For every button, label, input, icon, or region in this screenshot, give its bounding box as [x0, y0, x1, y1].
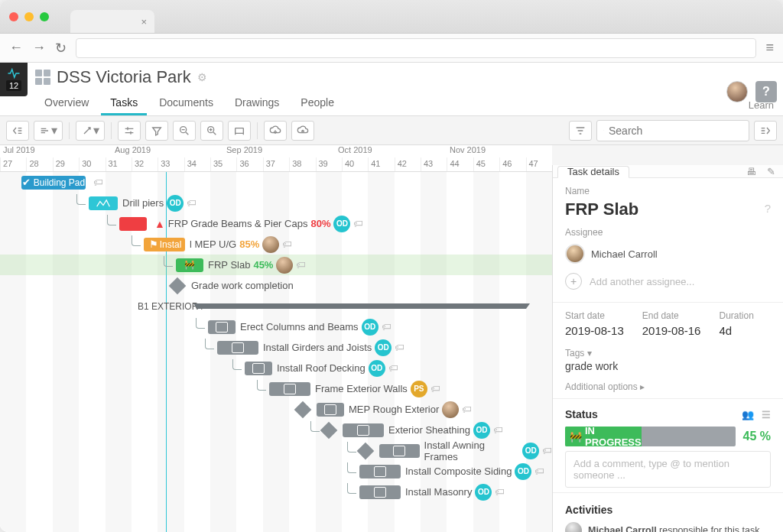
gantt-task-row[interactable]: MEP Rough Exterior🏷: [0, 399, 552, 420]
assignee-chip[interactable]: PS: [411, 381, 427, 397]
assignee-avatar-chip[interactable]: [262, 236, 279, 253]
gantt-task-row[interactable]: Frame Exterior WallsPS🏷: [0, 378, 552, 399]
tab-drawings[interactable]: Drawings: [226, 90, 288, 115]
task-bar[interactable]: [359, 485, 401, 499]
cloud-download-button[interactable]: [264, 121, 287, 141]
tab-task-details[interactable]: Task details: [557, 166, 629, 178]
gantt-task-row[interactable]: Erect Columns and BeamsOD🏷: [0, 316, 552, 337]
gantt-task-row[interactable]: ⚑ Install MEP U/G 85%🏷: [0, 234, 552, 255]
zoom-in-button[interactable]: [200, 121, 223, 141]
tag-icon[interactable]: 🏷: [93, 177, 103, 188]
url-bar[interactable]: [76, 38, 756, 58]
tag-icon[interactable]: 🏷: [382, 321, 392, 332]
task-bar[interactable]: [217, 341, 258, 355]
gantt-task-row[interactable]: B1 EXTERIOR ▸: [0, 296, 552, 316]
gantt-task-row[interactable]: ✔ Building Pad🏷: [0, 172, 552, 193]
tag-icon[interactable]: 🏷: [187, 197, 197, 209]
add-assignee-button[interactable]: + Add another assignee...: [565, 270, 771, 297]
additional-options[interactable]: Additional options ▸: [553, 378, 783, 398]
task-bar[interactable]: [317, 403, 344, 417]
task-bar[interactable]: [245, 362, 272, 375]
search-box[interactable]: [596, 120, 749, 141]
tag-icon[interactable]: 🏷: [462, 404, 472, 415]
filter-icon-right[interactable]: [569, 121, 592, 141]
browser-tab[interactable]: ×: [70, 10, 154, 33]
tag-icon[interactable]: 🏷: [395, 342, 404, 353]
edit-icon[interactable]: ✎: [767, 166, 775, 177]
assignee-avatar-chip[interactable]: [276, 257, 293, 274]
activity-pulse-tab[interactable]: 12: [0, 63, 28, 96]
gantt-task-row[interactable]: Drill piersOD🏷: [0, 193, 552, 213]
zoom-out-button[interactable]: [173, 121, 196, 141]
gantt-task-row[interactable]: 🚧FRP Slab 45%🏷: [0, 255, 552, 275]
tag-icon[interactable]: 🏷: [296, 259, 306, 271]
tab-people[interactable]: People: [291, 90, 343, 115]
tag-icon[interactable]: 🏷: [495, 486, 505, 498]
tag-icon[interactable]: 🏷: [542, 445, 552, 456]
maximize-window[interactable]: [40, 12, 49, 21]
search-input[interactable]: [609, 125, 742, 137]
tag-icon[interactable]: 🏷: [493, 424, 503, 436]
assignee-chip[interactable]: OD: [475, 484, 492, 501]
gantt-task-row[interactable]: Install Girders and JoistsOD🏷: [0, 337, 552, 358]
tag-icon[interactable]: 🏷: [534, 466, 544, 477]
gantt-task-row[interactable]: Install Composite SidingOD🏷: [0, 461, 552, 482]
tag-icon[interactable]: 🏷: [430, 383, 440, 394]
project-icon[interactable]: [35, 70, 50, 85]
minimize-window[interactable]: [24, 12, 34, 21]
project-settings-icon[interactable]: ⚙: [197, 71, 207, 83]
print-icon[interactable]: 🖶: [746, 166, 756, 177]
assignee-chip[interactable]: OD: [522, 443, 539, 459]
task-bar[interactable]: ✔ Building Pad: [21, 176, 86, 190]
gantt-task-row[interactable]: Exterior SheathingOD🏷: [0, 420, 552, 440]
filter-button[interactable]: [145, 121, 168, 141]
assignee-chip[interactable]: OD: [375, 339, 392, 356]
close-window[interactable]: [9, 12, 18, 21]
end-date-value[interactable]: 2019-08-16: [642, 324, 701, 337]
tool-dropdown-button[interactable]: ▾: [76, 121, 105, 141]
task-bar[interactable]: [359, 465, 401, 478]
assignee-chip[interactable]: OD: [369, 360, 385, 377]
tab-overview[interactable]: Overview: [35, 90, 98, 115]
start-date-value[interactable]: 2019-08-13: [565, 324, 624, 337]
browser-menu-icon[interactable]: ≡: [765, 40, 774, 56]
task-bar[interactable]: [89, 196, 118, 210]
assignee-chip[interactable]: OD: [515, 463, 531, 480]
task-bar[interactable]: [119, 217, 147, 231]
comment-input[interactable]: Add a comment, type @ to mention someone…: [565, 451, 771, 488]
tab-tasks[interactable]: Tasks: [101, 90, 147, 115]
assignee-chip[interactable]: OD: [362, 319, 379, 336]
gantt-task-row[interactable]: Install Roof DeckingOD🏷: [0, 358, 552, 378]
learn-link[interactable]: Learn: [749, 99, 774, 111]
assignee-chip[interactable]: OD: [167, 195, 184, 212]
tag-icon[interactable]: 🏷: [353, 218, 363, 229]
task-bar[interactable]: [269, 382, 310, 396]
duration-value[interactable]: 4d: [719, 324, 753, 337]
tab-documents[interactable]: Documents: [150, 90, 223, 115]
status-progress-bar[interactable]: 🚧 IN PROGRESS: [565, 427, 736, 446]
assignee-help-icon[interactable]: ?: [765, 202, 771, 215]
tag-icon[interactable]: 🏷: [282, 238, 292, 250]
gantt-chart[interactable]: ✔ Building Pad🏷Drill piersOD🏷▲FRP Grade …: [0, 172, 552, 532]
assignee-avatar-chip[interactable]: [442, 401, 459, 418]
close-tab-icon[interactable]: ×: [141, 16, 147, 28]
fit-button[interactable]: [228, 121, 251, 141]
gantt-task-row[interactable]: Install Awning FramesOD🏷: [0, 440, 552, 461]
collapse-panel-button[interactable]: [6, 121, 29, 141]
assignee-row[interactable]: Michael Carroll: [565, 241, 771, 267]
reload-button[interactable]: ↻: [55, 40, 67, 57]
gantt-task-row[interactable]: ▲FRP Grade Beams & Pier Caps 80%OD🏷: [0, 213, 552, 234]
assignee-chip[interactable]: OD: [333, 216, 350, 232]
expand-side-panel-button[interactable]: [754, 121, 777, 141]
tag-icon[interactable]: 🏷: [388, 362, 398, 374]
task-bar[interactable]: 🚧: [176, 258, 203, 272]
assign-status-icon[interactable]: 👥: [742, 409, 754, 420]
tags-row[interactable]: Tags ▾ grade work: [553, 345, 783, 378]
task-bar[interactable]: [379, 444, 420, 458]
forward-button[interactable]: →: [32, 40, 46, 56]
assignee-chip[interactable]: OD: [473, 422, 490, 439]
back-button[interactable]: ←: [9, 40, 23, 56]
sliders-button[interactable]: [118, 121, 141, 141]
gantt-task-row[interactable]: Grade work completion: [0, 275, 552, 296]
cloud-upload-button[interactable]: [291, 121, 314, 141]
